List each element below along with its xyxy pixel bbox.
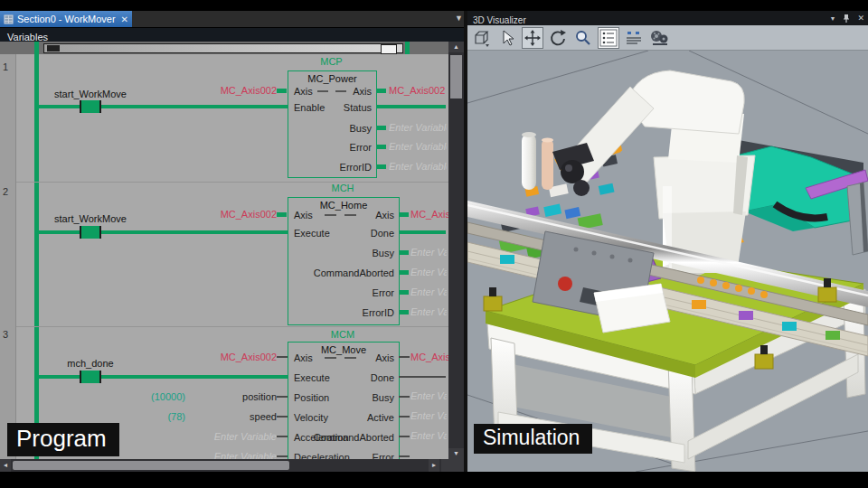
empty-parameter[interactable]: Enter Variable <box>181 430 277 443</box>
vscroll-thumb[interactable] <box>450 55 462 99</box>
empty-parameter[interactable]: Enter Variable <box>410 286 447 298</box>
3d-viewport[interactable] <box>467 51 868 472</box>
empty-parameter[interactable]: Enter Variable <box>181 450 277 459</box>
tab-overflow-icon[interactable]: ▼ <box>455 14 463 23</box>
variables-bar[interactable]: Variables <box>0 27 466 42</box>
editor-tab-bar: Section0 - WorkMover ✕ ▼ <box>0 11 466 27</box>
pin-stub <box>376 126 386 130</box>
pin-stub <box>399 270 409 275</box>
fb-pin: Busy <box>373 391 394 404</box>
ladder-vscrollbar[interactable]: ▲ ▼ <box>448 42 464 459</box>
measure-icon[interactable] <box>623 27 645 49</box>
empty-parameter[interactable]: Enter Variable <box>410 266 447 278</box>
input-variable[interactable]: MC_Axis002 <box>201 84 277 97</box>
input-variable[interactable]: position <box>201 390 277 403</box>
empty-parameter[interactable]: Enter Variable <box>389 140 447 153</box>
rung-number-column <box>0 54 16 459</box>
window-menu-icon[interactable]: ▼ <box>830 15 836 22</box>
fb-pin: Velocity <box>294 411 328 424</box>
axis-passthrough <box>317 90 328 92</box>
zoom-view-icon[interactable] <box>572 27 594 49</box>
contact-mch-done[interactable] <box>80 371 101 383</box>
output-variable[interactable]: MC_Axis002 <box>410 208 448 221</box>
fb-mc-power[interactable]: MC_Power Axis Enable Axis Status Busy Er… <box>288 70 377 178</box>
input-variable[interactable]: MC_Axis002 <box>201 351 277 363</box>
output-variable[interactable]: MC_Axis002 <box>389 84 445 97</box>
camera-path-icon[interactable] <box>648 27 670 49</box>
fb-pin: Execute <box>294 371 330 384</box>
scroll-left-button[interactable]: ◂ <box>0 459 11 472</box>
input-variable[interactable]: MC_Axis002 <box>201 208 277 221</box>
tab-section0-workmover[interactable]: Section0 - WorkMover ✕ <box>0 11 132 27</box>
empty-parameter[interactable]: Enter Variable <box>410 246 447 258</box>
pin-stub <box>399 310 409 314</box>
hscroll-thumb[interactable] <box>13 461 289 470</box>
select-cursor-icon[interactable] <box>496 27 518 49</box>
fb-pin: Busy <box>373 247 394 259</box>
pin-stub <box>376 164 386 169</box>
pin-stub <box>399 290 409 295</box>
rung-2-wire <box>39 230 288 234</box>
contact-start-workmove[interactable] <box>80 226 101 239</box>
rail-mark-right <box>405 42 410 54</box>
ladder-section-icon <box>4 14 14 24</box>
variables-hscroll-thumb[interactable] <box>47 45 60 52</box>
fb-pin: Active <box>367 411 394 424</box>
pan-view-icon[interactable] <box>522 27 543 49</box>
axis-passthrough <box>325 357 336 359</box>
fb-pin: Enable <box>294 101 325 114</box>
fb-pin: Done <box>371 371 394 384</box>
pin-line <box>399 356 410 358</box>
variables-hscroll-box[interactable] <box>381 44 397 54</box>
fb-mc-home[interactable]: MC_Home Axis Execute Axis Done Busy Comm… <box>288 197 400 325</box>
pin-line <box>399 396 410 398</box>
ladder-editor-panel: Section0 - WorkMover ✕ ▼ Variables 1 2 3… <box>0 11 466 472</box>
scroll-up-button[interactable]: ▲ <box>448 42 464 52</box>
fb-pin: Axis <box>375 352 394 364</box>
fb-pin: Busy <box>350 122 372 135</box>
fb-pin: Deceleration <box>294 451 350 459</box>
fb-pin: CommandAborted <box>314 267 394 279</box>
fb-pin: Axis <box>353 85 372 98</box>
view-cube-icon[interactable] <box>471 27 493 49</box>
variables-scroll-row[interactable] <box>0 42 466 54</box>
output-variable[interactable]: MC_Axis002 <box>410 351 448 363</box>
empty-parameter[interactable]: Enter Variable <box>410 409 447 422</box>
visualizer-titlebar[interactable]: 3D Visualizer ▼ ✕ <box>467 11 868 25</box>
empty-parameter[interactable]: Enter Variable <box>410 429 447 442</box>
tab-close-icon[interactable]: ✕ <box>121 14 128 24</box>
fb-pin: ErrorID <box>340 161 372 174</box>
3d-visualizer-panel: 3D Visualizer ▼ ✕ <box>467 11 868 472</box>
contact-start-workmove[interactable] <box>80 100 101 113</box>
pin-icon[interactable] <box>843 14 850 23</box>
variables-hscroll-track[interactable] <box>43 43 403 53</box>
rung-3-number: 3 <box>3 329 8 340</box>
scene-tree-icon[interactable] <box>598 27 619 49</box>
fb-mc-move[interactable]: MC_Move Axis Execute Position Velocity A… <box>288 342 400 459</box>
empty-parameter[interactable]: Enter Variable <box>389 160 447 173</box>
pin-line <box>399 436 410 437</box>
left-power-rail <box>34 54 39 459</box>
ladder-canvas[interactable]: 1 2 3 start_WorkMove MC_Axis002 MC_Power… <box>0 54 448 459</box>
empty-parameter[interactable]: Enter Variable <box>410 389 447 402</box>
pin-line <box>277 436 288 437</box>
input-variable[interactable]: speed <box>201 410 277 423</box>
scroll-right-button[interactable]: ▸ <box>429 459 439 472</box>
empty-parameter[interactable]: Enter Variable <box>389 121 447 134</box>
scroll-down-button[interactable]: ▼ <box>448 448 464 459</box>
pin-line <box>399 416 410 418</box>
done-out-line <box>399 376 446 378</box>
close-icon[interactable]: ✕ <box>857 14 864 23</box>
rail-mark-left <box>34 42 39 54</box>
done-out-wire <box>399 230 446 234</box>
fb-title: MC_Power <box>288 73 376 84</box>
pin-stub <box>376 145 386 149</box>
fb-pin: Done <box>371 227 394 239</box>
monitor-value-position: (10000) <box>118 390 185 403</box>
fb-pin: Axis <box>375 209 394 221</box>
scrollbar-corner <box>441 459 464 472</box>
ladder-hscrollbar[interactable]: ◂ ▸ <box>0 459 464 472</box>
fb-pin: Position <box>294 391 329 404</box>
rotate-view-icon[interactable] <box>547 27 569 49</box>
empty-parameter[interactable]: Enter Variable <box>410 305 447 318</box>
